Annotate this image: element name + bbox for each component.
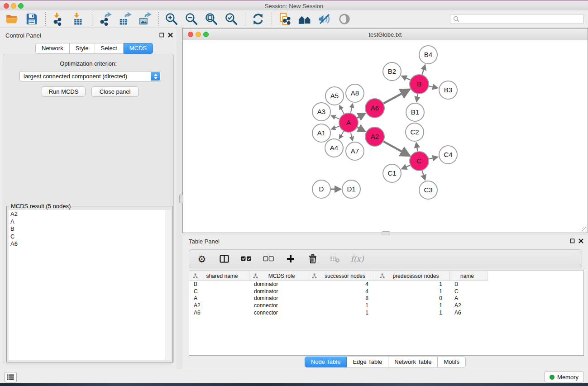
edge-A-A1[interactable] [331,126,339,129]
columns-icon[interactable] [218,253,230,265]
graphics-details-icon[interactable] [317,12,332,26]
node-B3[interactable]: B3 [439,81,457,99]
result-item[interactable]: A2 [10,210,163,218]
node-C4[interactable]: C4 [439,146,457,164]
open-session-icon[interactable] [5,12,19,26]
result-item[interactable]: C [10,233,163,241]
cell-shared-name[interactable]: C [189,288,249,295]
column-header-name[interactable]: name [450,271,488,281]
zoom-in-icon[interactable] [164,12,179,26]
cell-predecessor-nodes[interactable]: 1 [376,288,450,295]
search-box[interactable] [450,14,584,24]
cell-name[interactable]: B [450,281,488,288]
delete-row-icon[interactable] [307,253,319,265]
close-table-panel-icon[interactable] [578,238,583,243]
cell-MCDS-role[interactable]: connector [249,310,308,317]
run-mcds-button[interactable]: Run MCDS [42,86,86,97]
tab-network[interactable]: Network [35,43,70,54]
select-all-icon[interactable] [240,253,252,265]
zoom-selected-icon[interactable] [224,12,239,26]
tab-motifs[interactable]: Motifs [438,357,466,367]
result-item[interactable]: A [10,218,163,226]
cell-MCDS-role[interactable]: dominator [249,288,308,295]
node-C2[interactable]: C2 [406,123,424,141]
node-A[interactable]: A [339,113,358,132]
splitter-handle-horizontal[interactable] [382,231,390,235]
eye-icon[interactable] [337,12,352,26]
cell-predecessor-nodes[interactable]: 1 [376,302,450,310]
edge-A-A8[interactable] [351,104,353,113]
edge-A-A4[interactable] [339,131,344,138]
column-header-successor-nodes[interactable]: successor nodes [308,271,376,281]
node-C1[interactable]: C1 [383,164,401,182]
node-C3[interactable]: C3 [419,181,437,199]
cell-shared-name[interactable]: A2 [189,302,249,310]
node-D1[interactable]: D1 [342,180,360,198]
tab-select[interactable]: Select [95,43,124,54]
save-session-icon[interactable] [24,12,39,26]
zoom-fit-icon[interactable] [204,12,219,26]
edge-C-C1[interactable] [402,165,410,169]
network-canvas[interactable]: AA1A2A3A4A5A6A7A8BB1B2B3B4CC1C2C3C4DD1 [183,40,588,233]
cell-MCDS-role[interactable]: connector [249,302,308,310]
cell-predecessor-nodes[interactable]: 0 [376,295,450,302]
edge-B-B2[interactable] [402,76,410,80]
table-row[interactable]: A6connector11A6 [189,310,583,317]
node-A5[interactable]: A5 [325,87,344,105]
edge-A-A3[interactable] [331,116,339,119]
node-B2[interactable]: B2 [383,62,401,81]
search-input[interactable] [461,16,581,22]
edge-A6-B[interactable] [383,90,409,104]
result-item[interactable]: B [10,225,163,233]
window-resize-grip[interactable] [582,227,587,232]
float-table-panel-icon[interactable] [570,238,575,243]
node-B[interactable]: B [410,75,429,94]
node-A4[interactable]: A4 [325,139,343,157]
import-network-icon[interactable] [51,12,66,26]
cell-successor-nodes[interactable]: 4 [308,288,376,295]
node-A2[interactable]: A2 [365,127,384,146]
edge-C-C3[interactable] [422,171,425,180]
node-C[interactable]: C [410,152,429,171]
table-row[interactable]: A2connector11A2 [189,302,583,310]
export-network-icon[interactable] [98,12,112,26]
edge-C-C2[interactable] [416,143,418,152]
float-panel-icon[interactable] [159,33,164,38]
cell-successor-nodes[interactable]: 8 [308,295,376,302]
node-A7[interactable]: A7 [346,142,364,160]
result-item[interactable]: A6 [10,240,163,248]
result-scrollbar[interactable] [165,210,171,360]
mcds-result-list[interactable]: A2ABCA6 [9,210,165,360]
cell-predecessor-nodes[interactable]: 1 [376,310,450,317]
edge-A-A2[interactable] [357,127,365,131]
edge-A-A7[interactable] [351,132,353,140]
edge-B-B1[interactable] [416,94,417,101]
export-image-icon[interactable] [138,12,152,26]
cell-predecessor-nodes[interactable]: 1 [376,281,450,288]
cell-successor-nodes[interactable]: 1 [308,302,376,310]
add-row-icon[interactable] [285,253,296,265]
table-row[interactable]: Cdominator41C [189,288,583,295]
deselect-all-icon[interactable] [263,253,274,265]
cell-successor-nodes[interactable]: 1 [308,310,376,317]
export-table-icon[interactable] [118,12,132,26]
task-history-button[interactable] [5,372,17,382]
tab-network-table[interactable]: Network Table [388,357,438,367]
zoom-out-icon[interactable] [184,12,199,26]
column-header-MCDS-role[interactable]: MCDS role [249,271,308,281]
cell-MCDS-role[interactable]: dominator [249,295,308,302]
cell-name[interactable]: A2 [450,302,488,310]
criterion-dropdown[interactable]: largest connected component (directed) [19,71,161,81]
edge-A2-C[interactable] [383,142,409,156]
network-window-titlebar[interactable]: testGlobe.txt [183,29,588,40]
cell-name[interactable]: A [450,295,488,302]
table-row[interactable]: Bdominator41B [189,281,583,288]
cell-shared-name[interactable]: A6 [189,310,249,317]
edge-B-B3[interactable] [429,86,438,88]
import-table-icon[interactable] [71,12,86,26]
cell-shared-name[interactable]: A [189,295,249,302]
node-B4[interactable]: B4 [419,46,437,64]
tab-style[interactable]: Style [70,43,95,54]
node-A1[interactable]: A1 [312,124,330,142]
clone-network-icon[interactable] [277,12,292,26]
